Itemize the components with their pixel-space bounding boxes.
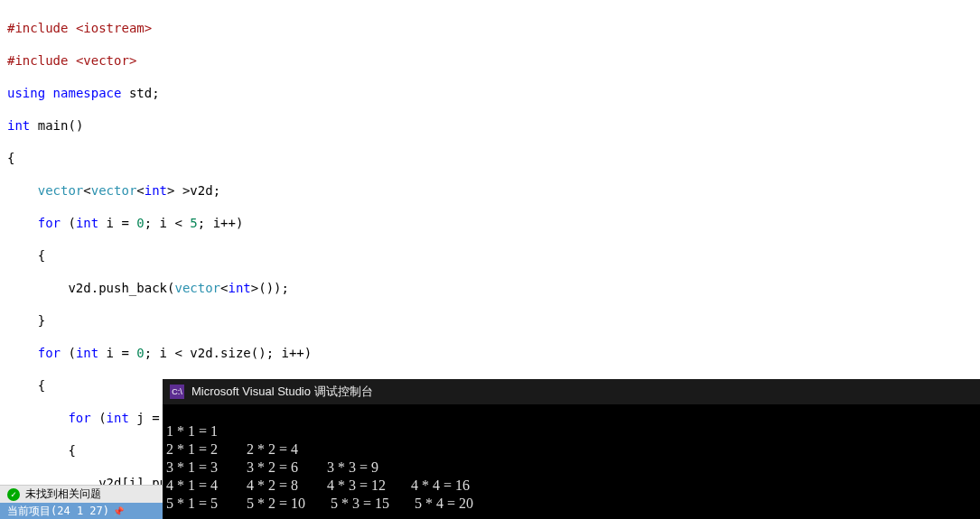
project-text: 当前项目(24 1 27) (7, 504, 109, 519)
check-icon: ✓ (7, 488, 20, 501)
status-text: 未找到相关问题 (25, 487, 101, 502)
console-output: 1 * 1 = 1 2 * 1 = 2 2 * 2 = 4 3 * 1 = 3 … (163, 404, 980, 519)
code-line: using namespace std; (7, 85, 973, 101)
code-line: for (int i = 0; i < v2d.size(); i++) (7, 345, 973, 361)
vs-icon: C:\ (170, 385, 184, 399)
code-line: vector<vector<int> >v2d; (7, 182, 973, 199)
debug-console[interactable]: C:\ Microsoft Visual Studio 调试控制台 1 * 1 … (163, 379, 980, 519)
code-line: int main() (7, 117, 973, 134)
console-titlebar[interactable]: C:\ Microsoft Visual Studio 调试控制台 (163, 379, 980, 404)
code-line: } (7, 312, 973, 329)
pin-icon: 📌 (113, 506, 124, 516)
code-line: v2d.push_back(vector<int>()); (7, 280, 973, 296)
code-line: { (7, 150, 973, 166)
code-line: { (7, 247, 973, 264)
code-line: for (int i = 0; i < 5; i++) (7, 215, 973, 231)
code-line: #include <iostream> (7, 20, 973, 36)
code-line: #include <vector> (7, 52, 973, 69)
console-title-text: Microsoft Visual Studio 调试控制台 (191, 384, 373, 400)
project-bar[interactable]: 当前项目(24 1 27) 📌 (0, 503, 163, 519)
status-bar: ✓ 未找到相关问题 (0, 485, 163, 503)
